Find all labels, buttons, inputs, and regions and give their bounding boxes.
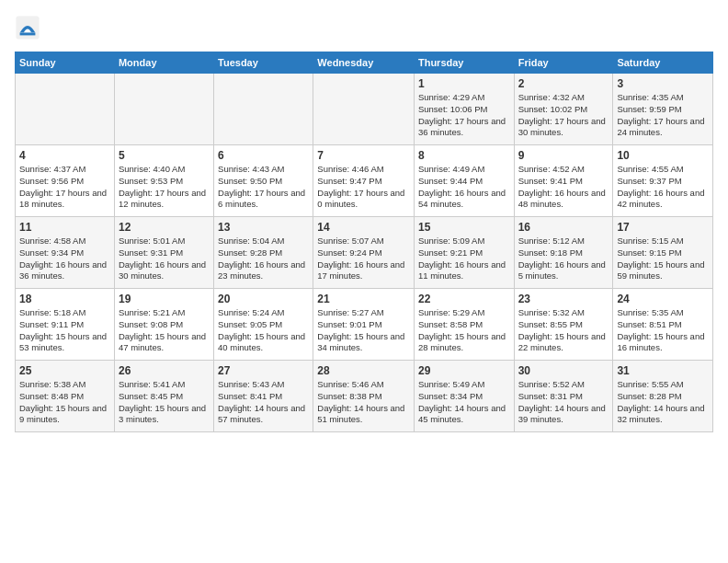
day-cell: 11Sunrise: 4:58 AM Sunset: 9:34 PM Dayli…	[16, 217, 115, 289]
day-header-friday: Friday	[514, 52, 613, 74]
day-number: 18	[19, 293, 110, 305]
day-cell: 13Sunrise: 5:04 AM Sunset: 9:28 PM Dayli…	[214, 217, 313, 289]
day-cell	[214, 74, 313, 145]
day-number: 26	[119, 364, 210, 377]
day-cell	[313, 74, 415, 145]
day-info: Sunrise: 4:49 AM Sunset: 9:44 PM Dayligh…	[418, 164, 510, 211]
day-number: 3	[617, 77, 709, 90]
day-cell: 9Sunrise: 4:52 AM Sunset: 9:41 PM Daylig…	[514, 145, 613, 217]
day-cell: 3Sunrise: 4:35 AM Sunset: 9:59 PM Daylig…	[613, 74, 713, 145]
day-number: 12	[119, 221, 210, 234]
day-cell: 28Sunrise: 5:46 AM Sunset: 8:38 PM Dayli…	[313, 361, 415, 432]
day-cell: 2Sunrise: 4:32 AM Sunset: 10:02 PM Dayli…	[514, 74, 613, 145]
day-info: Sunrise: 4:35 AM Sunset: 9:59 PM Dayligh…	[617, 92, 709, 139]
week-row-4: 18Sunrise: 5:18 AM Sunset: 9:11 PM Dayli…	[16, 289, 713, 361]
day-info: Sunrise: 5:29 AM Sunset: 8:58 PM Dayligh…	[418, 307, 510, 354]
day-cell: 25Sunrise: 5:38 AM Sunset: 8:48 PM Dayli…	[16, 361, 115, 432]
week-row-2: 4Sunrise: 4:37 AM Sunset: 9:56 PM Daylig…	[16, 145, 713, 217]
day-info: Sunrise: 5:52 AM Sunset: 8:31 PM Dayligh…	[518, 379, 609, 426]
day-cell: 24Sunrise: 5:35 AM Sunset: 8:51 PM Dayli…	[613, 289, 713, 361]
calendar-table: SundayMondayTuesdayWednesdayThursdayFrid…	[15, 52, 713, 432]
day-cell: 12Sunrise: 5:01 AM Sunset: 9:31 PM Dayli…	[114, 217, 213, 289]
day-cell: 16Sunrise: 5:12 AM Sunset: 9:18 PM Dayli…	[514, 217, 613, 289]
day-info: Sunrise: 5:55 AM Sunset: 8:28 PM Dayligh…	[617, 379, 709, 426]
day-number: 10	[617, 149, 709, 162]
day-header-monday: Monday	[114, 52, 213, 74]
day-cell: 22Sunrise: 5:29 AM Sunset: 8:58 PM Dayli…	[414, 289, 514, 361]
day-cell: 10Sunrise: 4:55 AM Sunset: 9:37 PM Dayli…	[613, 145, 713, 217]
day-number: 23	[518, 293, 609, 305]
header-row: SundayMondayTuesdayWednesdayThursdayFrid…	[16, 52, 713, 74]
day-cell: 8Sunrise: 4:49 AM Sunset: 9:44 PM Daylig…	[414, 145, 514, 217]
day-info: Sunrise: 5:04 AM Sunset: 9:28 PM Dayligh…	[218, 236, 309, 282]
day-number: 1	[418, 77, 510, 90]
day-info: Sunrise: 4:37 AM Sunset: 9:56 PM Dayligh…	[19, 164, 110, 211]
day-number: 30	[518, 364, 609, 377]
page: SundayMondayTuesdayWednesdayThursdayFrid…	[0, 0, 728, 440]
day-cell: 21Sunrise: 5:27 AM Sunset: 9:01 PM Dayli…	[313, 289, 415, 361]
day-number: 2	[518, 77, 609, 90]
day-cell: 20Sunrise: 5:24 AM Sunset: 9:05 PM Dayli…	[214, 289, 313, 361]
logo	[15, 15, 42, 40]
week-row-1: 1Sunrise: 4:29 AM Sunset: 10:06 PM Dayli…	[16, 74, 713, 145]
day-header-wednesday: Wednesday	[313, 52, 415, 74]
day-cell: 30Sunrise: 5:52 AM Sunset: 8:31 PM Dayli…	[514, 361, 613, 432]
day-cell: 27Sunrise: 5:43 AM Sunset: 8:41 PM Dayli…	[214, 361, 313, 432]
week-row-3: 11Sunrise: 4:58 AM Sunset: 9:34 PM Dayli…	[16, 217, 713, 289]
day-info: Sunrise: 4:55 AM Sunset: 9:37 PM Dayligh…	[617, 164, 709, 211]
day-number: 13	[218, 221, 309, 234]
day-info: Sunrise: 5:09 AM Sunset: 9:21 PM Dayligh…	[418, 236, 510, 282]
day-info: Sunrise: 5:35 AM Sunset: 8:51 PM Dayligh…	[617, 307, 709, 354]
day-info: Sunrise: 5:15 AM Sunset: 9:15 PM Dayligh…	[617, 236, 709, 282]
day-number: 5	[119, 149, 210, 162]
day-info: Sunrise: 5:21 AM Sunset: 9:08 PM Dayligh…	[119, 307, 210, 354]
day-number: 6	[218, 149, 309, 162]
day-cell: 7Sunrise: 4:46 AM Sunset: 9:47 PM Daylig…	[313, 145, 415, 217]
day-cell: 17Sunrise: 5:15 AM Sunset: 9:15 PM Dayli…	[613, 217, 713, 289]
day-info: Sunrise: 5:32 AM Sunset: 8:55 PM Dayligh…	[518, 307, 609, 354]
day-info: Sunrise: 5:49 AM Sunset: 8:34 PM Dayligh…	[418, 379, 510, 426]
day-cell: 29Sunrise: 5:49 AM Sunset: 8:34 PM Dayli…	[414, 361, 514, 432]
header	[15, 15, 713, 40]
day-info: Sunrise: 5:07 AM Sunset: 9:24 PM Dayligh…	[317, 236, 410, 282]
day-info: Sunrise: 5:38 AM Sunset: 8:48 PM Dayligh…	[19, 379, 110, 426]
day-number: 24	[617, 293, 709, 305]
day-cell: 18Sunrise: 5:18 AM Sunset: 9:11 PM Dayli…	[16, 289, 115, 361]
day-number: 16	[518, 221, 609, 234]
day-number: 14	[317, 221, 410, 234]
day-number: 27	[218, 364, 309, 377]
day-number: 31	[617, 364, 709, 377]
day-cell: 23Sunrise: 5:32 AM Sunset: 8:55 PM Dayli…	[514, 289, 613, 361]
day-cell	[114, 74, 213, 145]
day-cell: 31Sunrise: 5:55 AM Sunset: 8:28 PM Dayli…	[613, 361, 713, 432]
day-info: Sunrise: 5:24 AM Sunset: 9:05 PM Dayligh…	[218, 307, 309, 354]
day-number: 22	[418, 293, 510, 305]
day-cell	[16, 74, 115, 145]
day-header-saturday: Saturday	[613, 52, 713, 74]
day-number: 20	[218, 293, 309, 305]
day-number: 19	[119, 293, 210, 305]
svg-rect-1	[20, 33, 36, 36]
day-info: Sunrise: 5:18 AM Sunset: 9:11 PM Dayligh…	[19, 307, 110, 354]
day-info: Sunrise: 5:41 AM Sunset: 8:45 PM Dayligh…	[119, 379, 210, 426]
logo-icon	[15, 15, 40, 40]
day-info: Sunrise: 4:58 AM Sunset: 9:34 PM Dayligh…	[19, 236, 110, 282]
day-info: Sunrise: 4:29 AM Sunset: 10:06 PM Daylig…	[418, 92, 510, 139]
day-info: Sunrise: 5:27 AM Sunset: 9:01 PM Dayligh…	[317, 307, 410, 354]
day-info: Sunrise: 5:43 AM Sunset: 8:41 PM Dayligh…	[218, 379, 309, 426]
day-info: Sunrise: 4:46 AM Sunset: 9:47 PM Dayligh…	[317, 164, 410, 211]
day-info: Sunrise: 4:40 AM Sunset: 9:53 PM Dayligh…	[119, 164, 210, 211]
day-number: 21	[317, 293, 410, 305]
day-info: Sunrise: 5:12 AM Sunset: 9:18 PM Dayligh…	[518, 236, 609, 282]
day-number: 9	[518, 149, 609, 162]
day-cell: 26Sunrise: 5:41 AM Sunset: 8:45 PM Dayli…	[114, 361, 213, 432]
day-number: 15	[418, 221, 510, 234]
day-number: 29	[418, 364, 510, 377]
day-cell: 1Sunrise: 4:29 AM Sunset: 10:06 PM Dayli…	[414, 74, 514, 145]
day-info: Sunrise: 5:46 AM Sunset: 8:38 PM Dayligh…	[317, 379, 410, 426]
day-header-sunday: Sunday	[16, 52, 115, 74]
day-info: Sunrise: 4:43 AM Sunset: 9:50 PM Dayligh…	[218, 164, 309, 211]
day-cell: 15Sunrise: 5:09 AM Sunset: 9:21 PM Dayli…	[414, 217, 514, 289]
day-header-thursday: Thursday	[414, 52, 514, 74]
day-cell: 19Sunrise: 5:21 AM Sunset: 9:08 PM Dayli…	[114, 289, 213, 361]
